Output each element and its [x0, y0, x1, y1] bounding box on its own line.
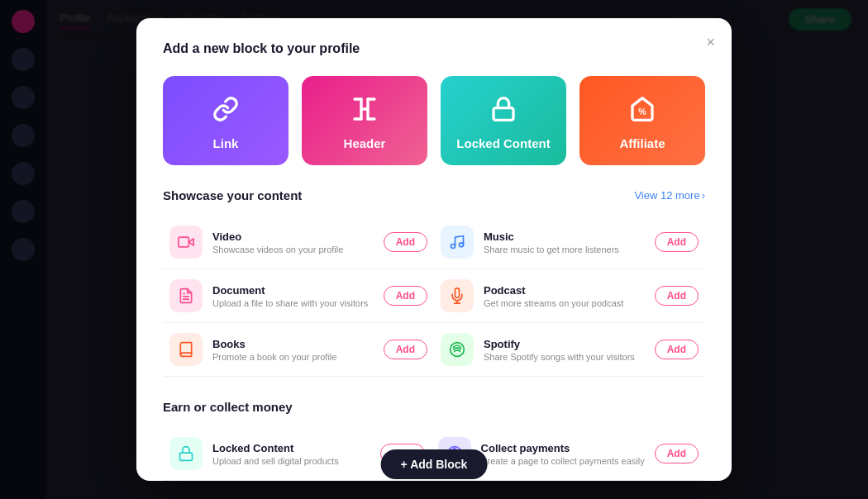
affiliate-card-icon: %	[629, 96, 656, 128]
showcase-item-music: Music Share music to get more listeners …	[434, 216, 705, 269]
showcase-item-podcast: Podcast Get more streams on your podcast…	[434, 269, 705, 323]
spotify-icon	[441, 333, 474, 366]
books-name: Books	[212, 338, 374, 350]
modal-title: Add a new block to your profile	[163, 41, 705, 56]
podcast-icon	[441, 279, 474, 312]
music-desc: Share music to get more listeners	[484, 245, 645, 254]
video-info: Video Showcase videos on your profile	[212, 230, 374, 254]
spotify-add-button[interactable]: Add	[655, 340, 699, 359]
header-card-label: Header	[344, 136, 386, 150]
music-add-button[interactable]: Add	[655, 232, 699, 252]
card-link[interactable]: Link	[163, 76, 289, 165]
video-add-button[interactable]: Add	[384, 232, 427, 252]
video-icon	[169, 226, 203, 259]
locked-content-info: Locked Content Upload and sell digital p…	[212, 442, 370, 466]
showcase-items-grid: Video Showcase videos on your profile Ad…	[163, 216, 705, 377]
showcase-section-header: Showcase your content View 12 more ›	[163, 188, 705, 202]
books-add-button[interactable]: Add	[384, 340, 427, 359]
view-more-link[interactable]: View 12 more ›	[634, 189, 705, 202]
link-card-icon	[212, 96, 239, 128]
document-name: Document	[212, 284, 374, 297]
collect-payments-add-button[interactable]: Add	[655, 444, 699, 463]
modal-overlay: Add a new block to your profile × Link	[0, 0, 868, 499]
card-affiliate[interactable]: % Affiliate	[579, 76, 705, 165]
locked-content-icon	[169, 437, 203, 470]
music-icon	[441, 226, 474, 259]
podcast-add-button[interactable]: Add	[655, 286, 699, 306]
document-info: Document Upload a file to share with you…	[212, 284, 374, 308]
books-info: Books Promote a book on your profile	[212, 338, 374, 362]
document-add-button[interactable]: Add	[384, 286, 427, 306]
svg-point-4	[451, 245, 455, 249]
music-name: Music	[484, 230, 645, 243]
music-info: Music Share music to get more listeners	[484, 230, 645, 254]
link-card-label: Link	[213, 136, 239, 150]
add-block-button[interactable]: + Add Block	[381, 449, 488, 479]
podcast-info: Podcast Get more streams on your podcast	[484, 284, 645, 308]
svg-rect-11	[180, 453, 193, 460]
locked-content-desc: Upload and sell digital products	[212, 456, 370, 466]
affiliate-card-label: Affiliate	[619, 136, 665, 150]
earn-section-title: Earn or collect money	[163, 400, 293, 414]
showcase-item-document: Document Upload a file to share with you…	[163, 269, 434, 323]
locked-content-name: Locked Content	[212, 442, 370, 454]
showcase-item-video: Video Showcase videos on your profile Ad…	[163, 216, 434, 269]
collect-payments-name: Collect payments	[481, 442, 645, 454]
document-desc: Upload a file to share with your visitor…	[212, 298, 374, 308]
collect-payments-info: Collect payments Create a page to collec…	[481, 442, 645, 466]
spotify-name: Spotify	[484, 338, 645, 350]
collect-payments-desc: Create a page to collect payments easily	[481, 456, 645, 466]
card-locked-content[interactable]: Locked Content	[441, 76, 566, 165]
modal-close-button[interactable]: ×	[706, 35, 715, 50]
showcase-item-spotify: Spotify Share Spotify songs with your vi…	[434, 323, 705, 377]
modal: Add a new block to your profile × Link	[136, 18, 732, 481]
earn-section-header: Earn or collect money	[163, 400, 705, 414]
locked-card-icon	[490, 96, 517, 128]
books-icon	[169, 333, 203, 366]
podcast-name: Podcast	[484, 284, 645, 297]
svg-marker-2	[188, 239, 193, 245]
header-card-icon	[351, 96, 378, 128]
svg-text:%: %	[638, 107, 646, 116]
showcase-item-books: Books Promote a book on your profile Add	[163, 323, 434, 377]
spotify-info: Spotify Share Spotify songs with your vi…	[484, 338, 645, 362]
svg-point-5	[460, 243, 464, 247]
spotify-desc: Share Spotify songs with your visitors	[484, 352, 645, 362]
svg-rect-3	[179, 237, 189, 247]
svg-rect-0	[494, 108, 513, 121]
podcast-desc: Get more streams on your podcast	[484, 298, 645, 308]
showcase-section-title: Showcase your content	[163, 188, 302, 202]
books-desc: Promote a book on your profile	[212, 352, 374, 362]
video-desc: Showcase videos on your profile	[212, 245, 374, 254]
locked-card-label: Locked Content	[456, 136, 550, 150]
card-header[interactable]: Header	[302, 76, 427, 165]
block-type-cards: Link Header	[163, 76, 705, 165]
document-icon	[169, 279, 203, 312]
video-name: Video	[212, 230, 374, 243]
